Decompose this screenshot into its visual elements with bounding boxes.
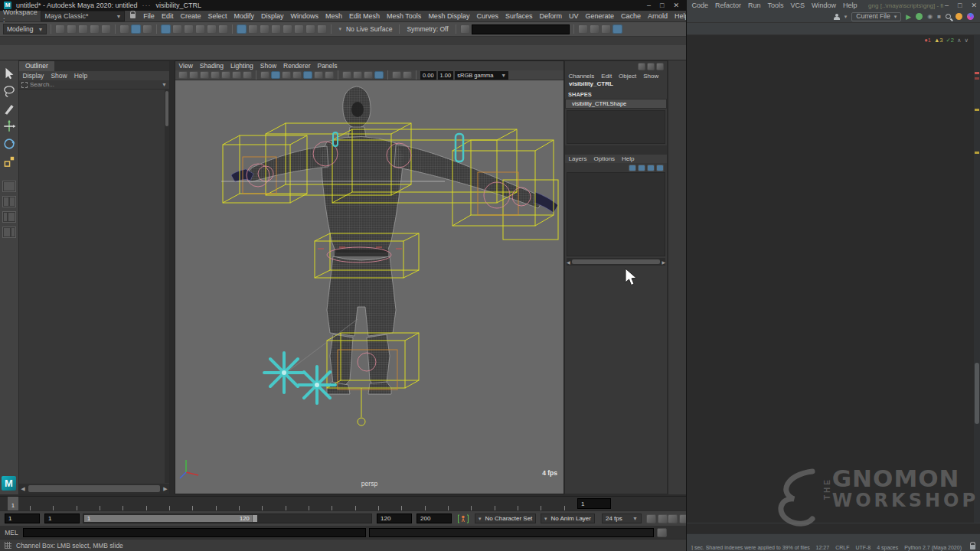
ipr-render-icon[interactable] bbox=[271, 24, 281, 34]
textured-icon[interactable] bbox=[314, 71, 323, 79]
show-manipulator-icon[interactable] bbox=[460, 24, 470, 34]
colorspace-dropdown[interactable]: sRGB gamma▼ bbox=[455, 71, 508, 80]
open-scene-icon[interactable] bbox=[67, 24, 77, 34]
layer-scrollbar[interactable]: ◀▶ bbox=[567, 258, 665, 266]
menu-lighting[interactable]: Lighting bbox=[227, 62, 256, 70]
menu-display[interactable]: Display bbox=[257, 12, 287, 20]
ide-minimize-icon[interactable]: – bbox=[945, 2, 949, 9]
command-input-field[interactable] bbox=[23, 528, 366, 537]
select-by-hierarchy-icon[interactable] bbox=[119, 24, 129, 34]
rotate-tool-icon[interactable] bbox=[2, 137, 16, 151]
animation-end-field[interactable]: 200 bbox=[416, 514, 452, 523]
image-plane-icon[interactable] bbox=[221, 71, 230, 79]
menu-file[interactable]: File bbox=[140, 12, 158, 20]
move-layer-up-icon[interactable] bbox=[647, 165, 655, 171]
playback-loop-icon[interactable] bbox=[646, 514, 656, 523]
python-interpreter[interactable]: Python 2.7 (Maya 2020) bbox=[904, 545, 962, 550]
fps-dropdown[interactable]: 24 fps▼ bbox=[602, 514, 642, 523]
exposure-field[interactable]: 0.00 bbox=[420, 71, 436, 80]
menu-curves[interactable]: Curves bbox=[473, 12, 502, 20]
menu-refactor[interactable]: Refactor bbox=[712, 2, 745, 9]
menu-mesh[interactable]: Mesh bbox=[322, 12, 345, 20]
coverage-icon[interactable]: ◉ bbox=[927, 13, 933, 20]
select-tool-icon[interactable] bbox=[2, 67, 16, 80]
playback-start-field[interactable]: 1 bbox=[44, 514, 80, 523]
stop-icon[interactable]: ■ bbox=[937, 13, 941, 20]
pause-viewport-icon[interactable] bbox=[317, 24, 327, 34]
layout-four-pane-button[interactable] bbox=[2, 196, 16, 207]
shade-textured-icon[interactable] bbox=[292, 71, 302, 79]
maximize-icon[interactable]: □ bbox=[660, 2, 664, 9]
paint-select-tool-icon[interactable] bbox=[2, 102, 16, 116]
menu-tools[interactable]: Tools bbox=[764, 2, 787, 9]
select-camera-icon[interactable] bbox=[178, 71, 188, 79]
command-line-language-toggle[interactable]: MEL bbox=[0, 529, 23, 536]
search-icon[interactable] bbox=[946, 14, 951, 19]
menu-show[interactable]: Show bbox=[256, 62, 279, 70]
menu-window[interactable]: Window bbox=[808, 2, 840, 9]
workspace-lock-icon[interactable] bbox=[130, 14, 135, 18]
menu-modify[interactable]: Modify bbox=[230, 12, 258, 20]
menu-cache[interactable]: Cache bbox=[618, 12, 645, 20]
symmetry-dropdown[interactable]: Symmetry: Off bbox=[403, 24, 451, 34]
menu-arnold[interactable]: Arnold bbox=[645, 12, 671, 20]
menu-deform[interactable]: Deform bbox=[536, 12, 566, 20]
channel-box-toggle-icon[interactable] bbox=[612, 24, 622, 34]
layout-outliner-persp-button[interactable] bbox=[2, 227, 16, 238]
menu-view[interactable]: View bbox=[175, 62, 196, 70]
smooth-shade-all-icon[interactable] bbox=[271, 71, 280, 79]
make-live-icon[interactable] bbox=[218, 24, 228, 34]
use-all-lights-icon[interactable] bbox=[325, 71, 334, 79]
character-set-dropdown[interactable]: ▾No Character Set bbox=[475, 514, 536, 523]
mute-playback-icon[interactable] bbox=[668, 514, 678, 523]
menu-surfaces[interactable]: Surfaces bbox=[501, 12, 536, 20]
menu-help[interactable]: Help bbox=[70, 72, 90, 80]
gamma-field[interactable]: 1.00 bbox=[438, 71, 454, 80]
channel-speed-icon[interactable] bbox=[647, 63, 655, 70]
snap-to-grid-icon[interactable] bbox=[161, 24, 171, 34]
menu-help[interactable]: Help bbox=[840, 2, 861, 9]
channel-edit-icon[interactable] bbox=[656, 63, 664, 70]
redo-icon[interactable] bbox=[101, 24, 111, 34]
close-icon[interactable]: ✕ bbox=[673, 2, 679, 9]
render-current-frame-icon[interactable] bbox=[260, 24, 270, 34]
attribute-editor-toggle-icon[interactable] bbox=[590, 24, 599, 34]
current-frame-field[interactable]: 1 bbox=[577, 498, 611, 509]
save-scene-icon[interactable] bbox=[78, 24, 88, 34]
undo-icon[interactable] bbox=[90, 24, 100, 34]
indent-style[interactable]: 4 spaces bbox=[877, 545, 898, 550]
display-render-settings-icon[interactable] bbox=[294, 24, 304, 34]
select-by-component-icon[interactable] bbox=[142, 24, 152, 34]
time-slider[interactable]: 1 1 bbox=[0, 496, 686, 510]
scale-tool-icon[interactable] bbox=[2, 155, 16, 168]
channel-manipulator-icon[interactable] bbox=[638, 63, 645, 70]
profile-icon[interactable] bbox=[834, 14, 840, 20]
error-stripe[interactable] bbox=[974, 35, 980, 523]
use-default-material-icon[interactable] bbox=[282, 71, 291, 79]
menu-shading[interactable]: Shading bbox=[196, 62, 227, 70]
wireframe-on-shaded-icon[interactable] bbox=[303, 71, 312, 79]
isolate-select-icon[interactable] bbox=[392, 71, 401, 79]
launch-render-icon[interactable] bbox=[305, 24, 315, 34]
layout-split-pane-button[interactable] bbox=[2, 211, 16, 223]
anti-aliasing-icon[interactable] bbox=[374, 71, 384, 79]
menu-windows[interactable]: Windows bbox=[287, 12, 322, 20]
menu-panels[interactable]: Panels bbox=[314, 62, 341, 70]
run-icon[interactable]: ▶ bbox=[906, 13, 911, 21]
menu-help[interactable]: Help bbox=[619, 155, 638, 162]
menu-show[interactable]: Show bbox=[640, 73, 662, 80]
anim-layer-dropdown[interactable]: ▾No Anim Layer bbox=[541, 514, 595, 523]
menu-object[interactable]: Object bbox=[616, 73, 640, 80]
script-editor-icon[interactable] bbox=[657, 528, 667, 537]
move-layer-down-icon[interactable] bbox=[656, 165, 664, 171]
viewport-canvas[interactable]: persp 4 fps bbox=[175, 80, 564, 494]
render-settings-icon[interactable] bbox=[283, 24, 292, 34]
menu-edit[interactable]: Edit bbox=[158, 12, 177, 20]
line-separator[interactable]: CRLF bbox=[835, 545, 849, 550]
construction-history-icon[interactable] bbox=[237, 24, 247, 34]
outliner-panel-tab[interactable]: Outliner bbox=[19, 61, 54, 71]
code-with-me-icon[interactable] bbox=[967, 13, 974, 20]
live-surface-dropdown[interactable]: ▾No Live Surface bbox=[335, 24, 395, 34]
menu-code[interactable]: Code bbox=[688, 2, 712, 9]
timeline-playhead[interactable]: 1 bbox=[8, 497, 18, 510]
